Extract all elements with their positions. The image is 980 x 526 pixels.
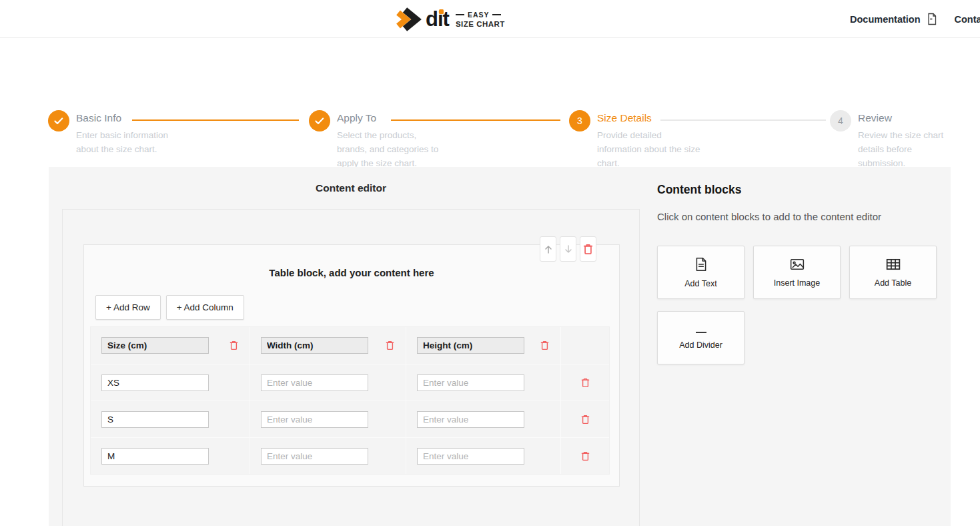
- step-4-indicator[interactable]: 4: [830, 110, 851, 132]
- table-actions: + Add Row + Add Column: [95, 295, 244, 320]
- nav-documentation-label: Documentation: [850, 14, 921, 25]
- add-text-label: Add Text: [684, 279, 716, 288]
- trash-icon: [581, 451, 590, 461]
- insert-image-label: Insert Image: [774, 278, 820, 288]
- table-row: [91, 437, 609, 474]
- column-header-input[interactable]: [417, 337, 524, 354]
- add-row-button[interactable]: + Add Row: [95, 295, 161, 320]
- document-icon: [927, 13, 937, 25]
- move-block-down-button[interactable]: [560, 236, 576, 262]
- cell-input[interactable]: [101, 411, 209, 428]
- step-apply-to: Apply To Select the products, brands, an…: [309, 110, 440, 170]
- block-toolbar: [540, 236, 596, 262]
- cell-input[interactable]: [261, 374, 368, 391]
- cell-input[interactable]: [261, 448, 368, 465]
- step-size-details: 3 Size Details Provide detailed informat…: [569, 110, 708, 170]
- table-block-title: Table block, add your content here: [84, 267, 619, 278]
- add-text-block[interactable]: Add Text: [657, 246, 745, 299]
- cell-input[interactable]: [417, 411, 524, 428]
- logo-tagline: EASY SIZE CHART: [456, 11, 505, 28]
- step-4-title: Review: [858, 112, 949, 124]
- step-1-title: Basic Info: [76, 112, 171, 124]
- logo-tagline-top: EASY: [456, 11, 505, 19]
- insert-image-block[interactable]: Insert Image: [753, 246, 841, 299]
- step-1-indicator[interactable]: [48, 110, 69, 132]
- check-icon: [315, 117, 324, 125]
- top-nav: Documentation Contact: [850, 0, 980, 38]
- delete-column-button[interactable]: [540, 340, 549, 350]
- add-table-label: Add Table: [875, 278, 911, 288]
- cell-input[interactable]: [101, 374, 209, 391]
- cell-input[interactable]: [417, 374, 524, 391]
- cell-input[interactable]: [417, 448, 524, 465]
- table-row: [91, 401, 609, 437]
- add-table-block[interactable]: Add Table: [849, 246, 937, 299]
- delete-row-button[interactable]: [581, 451, 590, 461]
- content-blocks-grid: Add Text Insert Image Add Table Ad: [657, 246, 937, 364]
- arrow-down-icon: [564, 244, 573, 254]
- wizard-stepper: Basic Info Enter basic information about…: [0, 38, 980, 167]
- nav-contact-label: Contact: [955, 14, 980, 25]
- step-2-indicator[interactable]: [309, 110, 330, 132]
- add-divider-block[interactable]: Add Divider: [657, 311, 745, 364]
- step-3-description: Provide detailed information about the s…: [597, 128, 708, 170]
- main-section: Content editor Table block, add your con…: [49, 167, 951, 526]
- add-column-button[interactable]: + Add Column: [166, 295, 244, 320]
- divider-icon: [696, 332, 706, 333]
- delete-block-button[interactable]: [580, 236, 596, 262]
- nav-documentation-link[interactable]: Documentation: [850, 13, 937, 25]
- step-3-title: Size Details: [597, 112, 708, 124]
- trash-icon: [540, 340, 549, 350]
- table-row: [91, 364, 609, 401]
- column-header-input[interactable]: [261, 337, 368, 354]
- trash-icon: [583, 244, 593, 255]
- step-review: 4 Review Review the size chart details b…: [830, 110, 949, 170]
- app-header: dit EASY SIZE CHART Documentation Contac…: [0, 0, 980, 38]
- table-header-row: [91, 327, 609, 364]
- logo-i-dot: [439, 9, 444, 14]
- delete-row-button[interactable]: [581, 378, 590, 388]
- delete-column-button[interactable]: [229, 340, 238, 350]
- file-text-icon: [694, 257, 708, 272]
- check-icon: [54, 117, 63, 125]
- trash-icon: [581, 415, 590, 425]
- trash-icon: [229, 340, 238, 350]
- trash-icon: [581, 378, 590, 388]
- content-editor-panel: Table block, add your content here + Add…: [62, 209, 640, 526]
- logo-tagline-bottom: SIZE CHART: [456, 20, 505, 28]
- step-basic-info: Basic Info Enter basic information about…: [48, 110, 171, 156]
- step-2-description: Select the products, brands, and categor…: [337, 128, 440, 170]
- nav-contact-link[interactable]: Contact: [955, 14, 980, 25]
- step-3-indicator[interactable]: 3: [569, 110, 590, 132]
- arrow-up-icon: [544, 244, 553, 254]
- step-4-description: Review the size chart details before sub…: [858, 128, 949, 170]
- logo-brand-text: dit: [426, 6, 449, 33]
- step-1-description: Enter basic information about the size c…: [76, 128, 171, 156]
- table-block: Table block, add your content here + Add…: [83, 244, 620, 487]
- logo: dit EASY SIZE CHART: [396, 5, 505, 33]
- content-blocks-subtitle: Click on content blocks to add to the co…: [657, 211, 881, 222]
- move-block-up-button[interactable]: [540, 236, 556, 262]
- content-editor-title: Content editor: [62, 182, 640, 194]
- step-2-title: Apply To: [337, 112, 440, 124]
- table-icon: [886, 258, 901, 271]
- add-divider-label: Add Divider: [679, 340, 722, 350]
- trash-icon: [386, 340, 394, 350]
- cell-input[interactable]: [101, 448, 209, 465]
- logo-chevron-icon: [396, 6, 424, 33]
- size-table: [90, 326, 610, 475]
- content-blocks-title: Content blocks: [657, 183, 741, 197]
- column-header-input[interactable]: [101, 337, 209, 354]
- cell-input[interactable]: [261, 411, 368, 428]
- delete-row-button[interactable]: [581, 415, 590, 425]
- image-icon: [790, 258, 805, 271]
- delete-column-button[interactable]: [386, 340, 394, 350]
